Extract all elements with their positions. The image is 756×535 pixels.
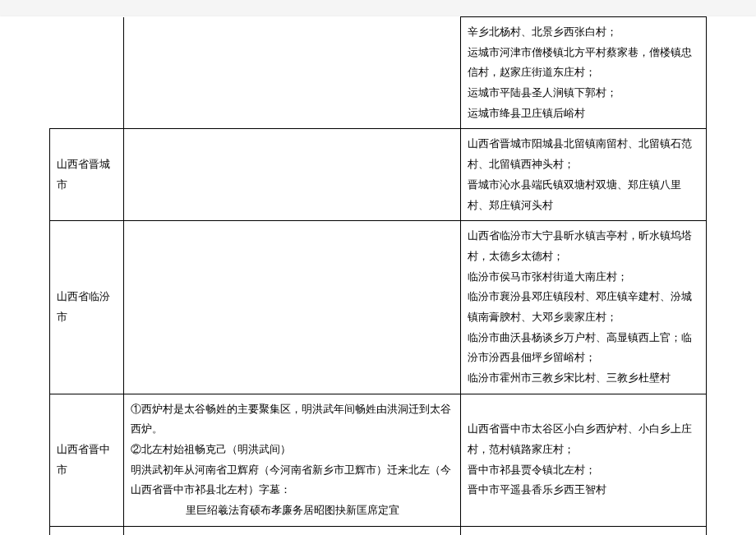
cell-locations: 山西省晋中市太谷区小白乡西炉村、小白乡上庄村，范村镇路家庄村； 晋中市祁县贾令镇… xyxy=(461,394,707,526)
cell-notes xyxy=(124,221,461,394)
cell-text: 山西省晋城市阳城县北留镇南留村、北留镇石范村、北留镇西神头村； 晋城市沁水县端氏… xyxy=(468,137,692,210)
table-row: 辛乡北杨村、北景乡西张白村； 运城市河津市僧楼镇北方平村蔡家巷，僧楼镇忠信村，赵… xyxy=(50,17,707,129)
cell-text: 山西省晋中市太谷区小白乡西炉村、小白乡上庄村，范村镇路家庄村； 晋中市祁县贾令镇… xyxy=(468,422,692,496)
document-page: 辛乡北杨村、北景乡西张白村； 运城市河津市僧楼镇北方平村蔡家巷，僧楼镇忠信村，赵… xyxy=(0,16,756,535)
cell-locations: 山西省朔州市山阴县薛圐圙乡薛圐圙村；朔州市应县大黄巍乡培塔村，藏寨乡花寨村 xyxy=(461,526,707,535)
cell-notes xyxy=(124,17,461,129)
data-table: 辛乡北杨村、北景乡西张白村； 运城市河津市僧楼镇北方平村蔡家巷，僧楼镇忠信村，赵… xyxy=(49,16,707,535)
cell-text: 辛乡北杨村、北景乡西张白村； 运城市河津市僧楼镇北方平村蔡家巷，僧楼镇忠信村，赵… xyxy=(468,25,692,119)
cell-text-main: ①西炉村是太谷畅姓的主要聚集区，明洪武年间畅姓由洪洞迁到太谷西炉。 ②北左村始祖… xyxy=(131,403,451,496)
cell-notes xyxy=(124,526,461,535)
table-row: 山西省晋城市 山西省晋城市阳城县北留镇南留村、北留镇石范村、北留镇西神头村； 晋… xyxy=(50,129,707,221)
table-row: 山西省晋中市 ①西炉村是太谷畅姓的主要聚集区，明洪武年间畅姓由洪洞迁到太谷西炉。… xyxy=(50,394,707,526)
cell-locations: 山西省晋城市阳城县北留镇南留村、北留镇石范村、北留镇西神头村； 晋城市沁水县端氏… xyxy=(461,129,707,221)
cell-text: 山西省临汾市大宁县昕水镇吉亭村，昕水镇坞塔村，太德乡太德村； 临汾市侯马市张村街… xyxy=(468,229,692,384)
cell-notes: ①西炉村是太谷畅姓的主要聚集区，明洪武年间畅姓由洪洞迁到太谷西炉。 ②北左村始祖… xyxy=(124,394,461,526)
cell-text-centered: 里巨绍羲法育硕布孝廉务居昭图抉新匡席定宜 xyxy=(131,500,454,521)
table-row: 山西省临汾市 山西省临汾市大宁县昕水镇吉亭村，昕水镇坞塔村，太德乡太德村； 临汾… xyxy=(50,221,707,394)
cell-province: 山西省晋城市 xyxy=(50,129,124,221)
cell-locations: 辛乡北杨村、北景乡西张白村； 运城市河津市僧楼镇北方平村蔡家巷，僧楼镇忠信村，赵… xyxy=(461,17,707,129)
cell-province: 山西省晋中市 xyxy=(50,394,124,526)
table-row: 山西省朔州市 山西省朔州市山阴县薛圐圙乡薛圐圙村；朔州市应县大黄巍乡培塔村，藏寨… xyxy=(50,526,707,535)
cell-province: 山西省临汾市 xyxy=(50,221,124,394)
cell-locations: 山西省临汾市大宁县昕水镇吉亭村，昕水镇坞塔村，太德乡太德村； 临汾市侯马市张村街… xyxy=(461,221,707,394)
cell-province xyxy=(50,17,124,129)
cell-notes xyxy=(124,129,461,221)
cell-province: 山西省朔州市 xyxy=(50,526,124,535)
